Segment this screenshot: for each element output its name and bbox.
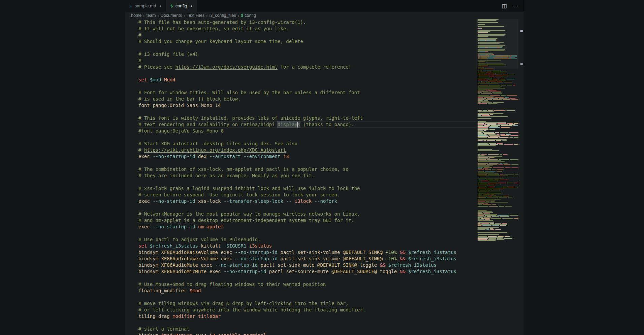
- code-line[interactable]: # i3 config file (v4): [138, 51, 476, 58]
- vscode-window: ↓sample.md●$config● ◫ ··· home›team›Docu…: [0, 0, 644, 335]
- code-token: # is used in the bar {} block below.: [138, 96, 240, 102]
- code-token: $mod: [150, 77, 164, 82]
- ruler-decoration-mark: [520, 30, 523, 32]
- code-line[interactable]: exec --no-startup-id xss-lock --transfer…: [138, 198, 476, 204]
- code-line[interactable]: bindsym XF86AudioMicMute exec --no-start…: [138, 268, 476, 275]
- code-line[interactable]: #: [138, 32, 476, 38]
- code-line[interactable]: # start a terminal: [138, 326, 476, 332]
- code-line[interactable]: bindsym XF86AudioMute exec --no-startup-…: [138, 262, 476, 268]
- code-token: exec: [138, 154, 153, 159]
- code-line[interactable]: bindsym XF86AudioRaiseVolume exec --no-s…: [138, 249, 476, 256]
- code-line[interactable]: [138, 179, 476, 185]
- code-line[interactable]: # xss-lock grabs a logind suspend inhibi…: [138, 185, 476, 192]
- code-line[interactable]: [138, 230, 476, 236]
- code-token: &&: [400, 250, 408, 255]
- code-line[interactable]: floating_modifier $mod: [138, 288, 476, 294]
- breadcrumb-item-config[interactable]: $config: [241, 13, 256, 18]
- code-line[interactable]: # Please see https://i3wm.org/docs/userg…: [138, 64, 476, 70]
- code-token: bindsym: [138, 333, 161, 335]
- code-token: tiling_drag: [138, 313, 170, 319]
- code-token: exec: [221, 256, 235, 261]
- tab-sample-md[interactable]: ↓sample.md●: [125, 0, 166, 12]
- code-token: $refresh_i3status: [408, 269, 456, 274]
- overview-ruler[interactable]: [518, 19, 524, 335]
- code-line[interactable]: # move tiling windows via drag & drop by…: [138, 300, 476, 307]
- breadcrumb-label: config: [245, 13, 256, 18]
- code-line[interactable]: bindsym XF86AudioLowerVolume exec --no-s…: [138, 256, 476, 262]
- code-line[interactable]: # Font for window titles. Will also be u…: [138, 89, 476, 96]
- code-line[interactable]: [138, 70, 476, 77]
- split-editor-icon[interactable]: ◫: [502, 3, 507, 9]
- code-line[interactable]: # NetworkManager is the most popular way…: [138, 211, 476, 217]
- tab-bar: ↓sample.md●$config● ◫ ···: [125, 0, 524, 12]
- code-line[interactable]: # or left-clicking anywhere into the win…: [138, 307, 476, 313]
- code-line[interactable]: set $mod Mod4: [138, 77, 476, 83]
- code-token: exec: [195, 333, 210, 335]
- code-line[interactable]: [138, 45, 476, 51]
- code-token: for a complete reference!: [278, 64, 351, 70]
- code-token: nm-applet: [198, 224, 224, 229]
- code-line[interactable]: # The combination of xss-lock, nm-applet…: [138, 166, 476, 173]
- code-line[interactable]: [138, 320, 476, 326]
- code-token: bindsym: [138, 256, 161, 261]
- code-token: # This file has been auto-generated by i…: [138, 20, 306, 25]
- code-line[interactable]: # Use Mouse+$mod to drag floating window…: [138, 281, 476, 288]
- code-token: https://i3wm.org/docs/userguide.html: [175, 64, 278, 70]
- code-line[interactable]: [138, 294, 476, 300]
- code-token: XF86AudioMicMute: [161, 269, 209, 274]
- code-line[interactable]: # is used in the bar {} block below.: [138, 96, 476, 102]
- code-line[interactable]: # Start XDG autostart .desktop files usi…: [138, 141, 476, 147]
- code-token: --autostart --environment: [210, 154, 283, 159]
- code-line[interactable]: # and nm-applet is a desktop environment…: [138, 217, 476, 224]
- code-line[interactable]: set $refresh_i3status killall -SIGUSR1 i…: [138, 243, 476, 249]
- code-token: $refresh_i3status: [388, 262, 437, 268]
- code-line[interactable]: exec --no-startup-id nm-applet: [138, 224, 476, 230]
- code-line[interactable]: font pango:Droid Sans Mono 14: [138, 102, 476, 109]
- code-line[interactable]: #: [138, 58, 476, 64]
- code-token: @DEFAULT_SINK@: [343, 256, 385, 261]
- code-line[interactable]: exec --no-startup-id dex --autostart --e…: [138, 153, 476, 160]
- breadcrumb-item-home[interactable]: home: [131, 13, 141, 18]
- breadcrumb-item-documents[interactable]: Documents: [161, 13, 182, 18]
- code-token: bindsym: [138, 250, 161, 255]
- code-token: --no-startup-id: [153, 198, 198, 204]
- code-line[interactable]: # text rendering and scalability on reti…: [138, 121, 476, 128]
- code-line[interactable]: # they are included here as an example. …: [138, 173, 476, 179]
- code-token: # or left-clicking anywhere into the win…: [138, 307, 365, 312]
- code-area[interactable]: # This file has been auto-generated by i…: [125, 19, 476, 335]
- code-line[interactable]: [138, 134, 476, 141]
- breadcrumb-item-text-files[interactable]: Text Files: [187, 13, 204, 18]
- breadcrumb-separator-icon: ›: [157, 13, 159, 18]
- code-line[interactable]: # Use pactl to adjust volume in PulseAud…: [138, 236, 476, 243]
- code-line[interactable]: tiling_drag modifier titlebar: [138, 313, 476, 320]
- code-line[interactable]: # https://wiki.archlinux.org/index.php/X…: [138, 147, 476, 153]
- code-token: # Please see: [138, 64, 175, 70]
- tab-config[interactable]: $config●: [166, 0, 197, 12]
- code-line[interactable]: # It will not be overwritten, so edit it…: [138, 26, 476, 32]
- code-token: --no-startup-id: [215, 262, 261, 268]
- code-line[interactable]: [138, 204, 476, 211]
- more-actions-icon[interactable]: ···: [512, 3, 518, 9]
- minimap[interactable]: [476, 19, 518, 335]
- code-line[interactable]: # screen before suspend. Use loginctl lo…: [138, 192, 476, 198]
- code-line[interactable]: #font pango:DejaVu Sans Mono 8: [138, 128, 476, 134]
- modified-dot-icon[interactable]: ●: [159, 4, 161, 8]
- breadcrumb-label: team: [147, 13, 156, 18]
- code-token: $refresh_i3status: [408, 250, 456, 255]
- modified-dot-icon[interactable]: ●: [190, 4, 192, 8]
- code-line[interactable]: [138, 275, 476, 281]
- breadcrumb-item-team[interactable]: team: [147, 13, 156, 18]
- code-line[interactable]: # Should you change your keyboard layout…: [138, 38, 476, 45]
- code-token: $refresh_i3status: [408, 256, 456, 261]
- code-line[interactable]: # This file has been auto-generated by i…: [138, 19, 476, 26]
- code-line[interactable]: [138, 160, 476, 166]
- breadcrumb-item-i3-config-files[interactable]: i3_config_files: [209, 13, 236, 18]
- code-line[interactable]: [138, 83, 476, 89]
- code-token: # i3 config file (v4): [138, 51, 198, 57]
- code-token: $refresh_i3status: [150, 243, 201, 249]
- code-line[interactable]: [138, 109, 476, 115]
- code-line[interactable]: # This font is widely installed, provide…: [138, 115, 476, 121]
- code-line[interactable]: bindsym $mod+Return exec i3-sensible-ter…: [138, 332, 476, 335]
- code-token: dex: [198, 154, 210, 159]
- breadcrumb-separator-icon: ›: [143, 13, 144, 18]
